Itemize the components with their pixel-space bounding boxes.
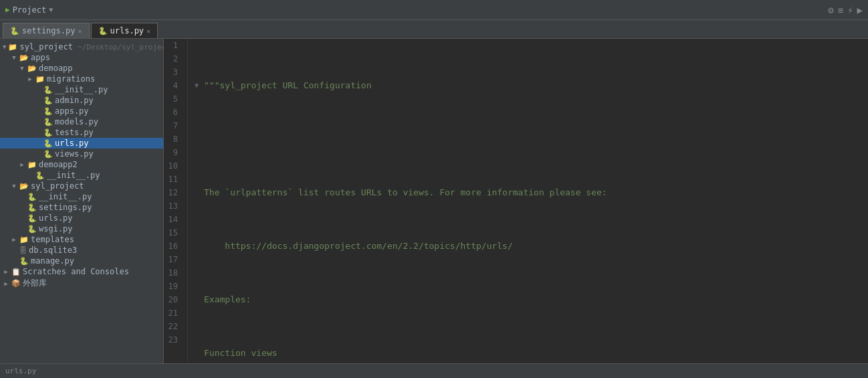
line-num-6: 6: [164, 106, 182, 119]
urls-py2-label: urls.py: [39, 213, 73, 223]
external-label: 外部库: [23, 278, 47, 289]
settings-py-icon: 🐍: [27, 203, 37, 212]
tab-settings[interactable]: 🐍 settings.py ✕: [3, 23, 90, 38]
sidebar-item-demoapp[interactable]: ▼ 📂 demoapp: [0, 63, 163, 74]
init2-arrow: [27, 172, 33, 179]
line-num-12: 12: [164, 186, 182, 199]
urls-tab-icon: 🐍: [98, 27, 108, 35]
sidebar-item-templates[interactable]: ▶ 📁 templates: [0, 234, 163, 245]
sidebar-item-init1[interactable]: 🐍 __init__.py: [0, 84, 163, 95]
manage-arrow: [11, 258, 17, 264]
line-num-19: 19: [164, 280, 182, 293]
line-num-2: 2: [164, 52, 182, 66]
fold-1[interactable]: ▼: [195, 79, 203, 92]
sidebar-item-external[interactable]: ▶ 📦 外部库: [0, 277, 163, 290]
sidebar-item-migrations[interactable]: ▶ 📁 migrations: [0, 74, 163, 84]
code-text-5: Examples:: [204, 293, 868, 306]
sidebar-item-init3[interactable]: 🐍 __init__.py: [0, 191, 163, 202]
models-arrow: [35, 118, 41, 125]
urls-py2-icon: 🐍: [27, 214, 37, 223]
settings-icon[interactable]: ⚙: [828, 5, 833, 15]
line-num-9: 9: [164, 146, 182, 159]
line-num-21: 21: [164, 306, 182, 320]
bottom-bar: urls.py: [0, 363, 868, 378]
fold-5: [195, 293, 203, 306]
tab-urls[interactable]: 🐍 urls.py ✕: [91, 23, 158, 38]
scratches-icon: 📋: [11, 268, 21, 276]
demoapp-folder-icon: 📂: [27, 64, 37, 73]
structure-icon[interactable]: ≡: [838, 5, 843, 15]
demoapp2-arrow: ▶: [19, 161, 25, 168]
apps-py-label: apps.py: [55, 106, 89, 116]
code-line-6: Function views: [195, 347, 868, 360]
root-path: ~/Desktop/syl_project: [78, 43, 164, 52]
templates-arrow: ▶: [11, 236, 17, 243]
apps-label: apps: [31, 53, 50, 62]
admin-icon: 🐍: [43, 96, 53, 105]
external-arrow: ▶: [3, 280, 9, 287]
urls-tab-close[interactable]: ✕: [146, 27, 150, 35]
settings-py-arrow: [19, 204, 25, 211]
init1-icon: 🐍: [43, 86, 53, 94]
init1-arrow: [35, 86, 41, 93]
line-num-18: 18: [164, 266, 182, 280]
manage-icon: 🐍: [19, 257, 29, 266]
sidebar-item-demoapp2[interactable]: ▶ 📁 demoapp2: [0, 159, 163, 170]
code-area[interactable]: ▼ """syl_project URL Configuration The `…: [188, 39, 868, 363]
urls-py-icon: 🐍: [43, 139, 53, 148]
urls-py-arrow: [35, 140, 41, 147]
urls-tab-label: urls.py: [110, 26, 144, 35]
tests-icon: 🐍: [43, 128, 53, 137]
line-num-17: 17: [164, 253, 182, 266]
sidebar-item-apps[interactable]: ▼ 📂 apps: [0, 52, 163, 63]
settings-tab-close[interactable]: ✕: [78, 27, 82, 35]
line-num-14: 14: [164, 213, 182, 226]
code-text-4: https://docs.djangoproject.com/en/2.2/to…: [204, 240, 868, 253]
line-num-7: 7: [164, 119, 182, 132]
sidebar-item-tests[interactable]: 🐍 tests.py: [0, 127, 163, 138]
fold-4: [195, 240, 203, 253]
syl-project-folder-icon: 📂: [19, 182, 29, 191]
sidebar-item-views[interactable]: 🐍 views.py: [0, 149, 163, 159]
debug-icon[interactable]: ▶: [857, 5, 863, 15]
sidebar-item-syl-project-folder[interactable]: ▼ 📂 syl_project: [0, 181, 163, 191]
fold-3: [195, 186, 203, 199]
sidebar-item-urls-py[interactable]: 🐍 urls.py: [0, 138, 163, 149]
migrations-arrow: ▶: [27, 76, 33, 82]
init2-icon: 🐍: [35, 171, 45, 180]
sidebar-item-init2[interactable]: 🐍 __init__.py: [0, 170, 163, 181]
wsgi-label: wsgi.py: [39, 224, 73, 233]
sidebar-item-manage[interactable]: 🐍 manage.py: [0, 256, 163, 266]
demoapp2-label: demoapp2: [39, 160, 78, 169]
sidebar-item-models[interactable]: 🐍 models.py: [0, 116, 163, 127]
wsgi-arrow: [19, 225, 25, 232]
init3-label: __init__.py: [39, 192, 92, 201]
code-text-3: The `urlpatterns` list routes URLs to vi…: [204, 186, 868, 199]
tests-arrow: [35, 129, 41, 136]
sidebar-item-db[interactable]: 🗄 db.sqlite3: [0, 245, 163, 256]
manage-label: manage.py: [31, 256, 74, 266]
sidebar-item-root[interactable]: ▼ 📁 syl_project ~/Desktop/syl_project: [0, 41, 163, 52]
scratches-arrow: ▶: [3, 268, 9, 275]
sidebar-item-scratches[interactable]: ▶ 📋 Scratches and Consoles: [0, 266, 163, 277]
project-dropdown-icon[interactable]: ▼: [49, 6, 53, 13]
line-num-4: 4: [164, 79, 182, 92]
line-num-16: 16: [164, 240, 182, 253]
views-arrow: [35, 151, 41, 157]
apps-arrow: ▼: [11, 54, 17, 61]
sidebar-item-admin[interactable]: 🐍 admin.py: [0, 95, 163, 106]
code-line-4: https://docs.djangoproject.com/en/2.2/to…: [195, 240, 868, 253]
project-label[interactable]: Project: [13, 5, 47, 15]
line-num-15: 15: [164, 226, 182, 240]
sidebar-item-wsgi[interactable]: 🐍 wsgi.py: [0, 223, 163, 234]
settings-tab-label: settings.py: [22, 26, 75, 35]
wsgi-icon: 🐍: [27, 225, 37, 233]
status-text: urls.py: [5, 367, 36, 375]
sidebar-item-apps-py[interactable]: 🐍 apps.py: [0, 106, 163, 116]
sidebar-item-urls-py2[interactable]: 🐍 urls.py: [0, 213, 163, 223]
sidebar-item-settings-py[interactable]: 🐍 settings.py: [0, 202, 163, 213]
code-line-1: ▼ """syl_project URL Configuration: [195, 79, 868, 92]
code-text-2: [204, 132, 868, 146]
run-icon[interactable]: ⚡: [847, 5, 853, 15]
init3-icon: 🐍: [27, 193, 37, 201]
